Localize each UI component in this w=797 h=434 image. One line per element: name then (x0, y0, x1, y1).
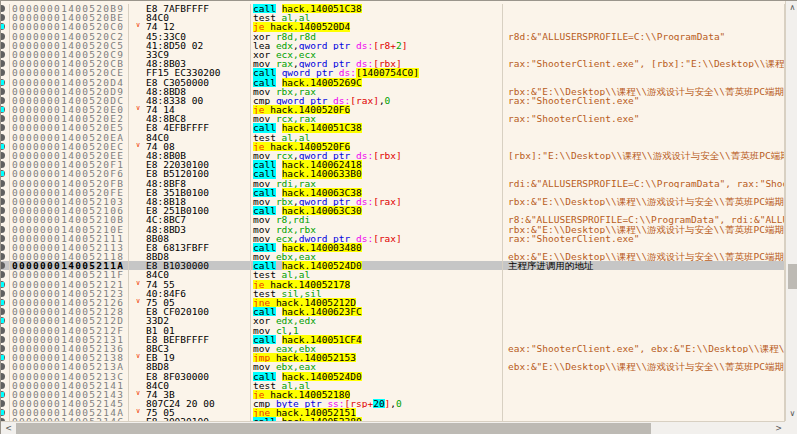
comment-cell (503, 169, 785, 178)
disasm-row[interactable]: 000000014005211F84C0test al,al (1, 270, 785, 279)
breakpoint-bullet[interactable] (1, 373, 5, 380)
disasm-row[interactable]: 00000001400520BE84C0test al,al (1, 13, 785, 22)
breakpoint-bullet[interactable] (1, 244, 5, 251)
breakpoint-bullet[interactable] (1, 42, 5, 49)
breakpoint-bullet[interactable] (1, 161, 5, 168)
disasm-row[interactable]: 000000014005212FB1 01mov cl,1 (1, 326, 785, 335)
gutter-cell (1, 326, 10, 335)
breakpoint-bullet[interactable] (1, 152, 5, 159)
disasm-row[interactable]: 0000000140052138∨EB 19jmp hack.140052153 (1, 353, 785, 362)
breakpoint-bullet[interactable] (1, 180, 5, 187)
breakpoint-bullet[interactable] (1, 189, 5, 196)
disasm-row[interactable]: 00000001400520CB48:8B03mov rax,qword ptr… (1, 59, 785, 68)
instruction-cell: mov r8,rdi (251, 215, 503, 224)
breakpoint-bullet[interactable] (1, 216, 5, 223)
scroll-down-button[interactable]: ∨ (786, 407, 797, 420)
disasm-row[interactable]: 000000014005211AE8 B1030000call hack.140… (1, 261, 785, 270)
bytes-cell: 40:84F6 (129, 289, 251, 298)
breakpoint-bullet[interactable] (1, 400, 5, 407)
scroll-up-button[interactable]: ∧ (786, 1, 797, 14)
breakpoint-bullet[interactable] (1, 33, 5, 40)
breakpoint-bullet[interactable] (1, 235, 5, 242)
breakpoint-bullet[interactable] (1, 327, 5, 334)
breakpoint-bullet[interactable] (1, 271, 5, 278)
disasm-row[interactable]: 00000001400520B9E8 7AFBFFFFcall hack.140… (1, 4, 785, 13)
disasm-row[interactable]: 00000001400520C0∨74 12je hack.1400520D4 (1, 22, 785, 31)
disassembly-view[interactable]: 00000001400520B9E8 7AFBFFFFcall hack.140… (1, 1, 785, 421)
breakpoint-bullet[interactable] (1, 60, 5, 67)
disasm-row[interactable]: 00000001400521118B08mov ecx,dword ptr ds… (1, 234, 785, 243)
breakpoint-bullet[interactable] (1, 14, 5, 21)
disasm-row[interactable]: 000000014005212D33D2xor edx,edx (1, 316, 785, 325)
disasm-row[interactable]: 0000000140052126∨75 05jne hack.14005212D (1, 298, 785, 307)
breakpoint-bullet[interactable] (1, 226, 5, 233)
breakpoint-bullet[interactable] (1, 198, 5, 205)
disasm-row[interactable]: 00000001400520FB48:8BF8mov rdi,raxrdi:&"… (1, 179, 785, 188)
disasm-row[interactable]: 00000001400520D948:8BD8mov rbx,raxrbx:&"… (1, 87, 785, 96)
disasm-row[interactable]: 000000014005213CE8 8F030000call hack.140… (1, 372, 785, 381)
disasm-row[interactable]: 0000000140052113E8 6813FBFFcall hack.140… (1, 243, 785, 252)
instruction-cell: je hack.1400520D4 (251, 22, 503, 31)
vertical-scroll-thumb[interactable] (788, 264, 797, 289)
gutter-cell (1, 13, 10, 22)
disasm-row[interactable]: 000000014005214A∨75 05jne hack.140052151 (1, 408, 785, 417)
vertical-scrollbar[interactable]: ∧ ∨ (785, 1, 797, 421)
disasm-row[interactable]: 000000014005212340:84F6test sil,sil (1, 289, 785, 298)
horizontal-scroll-thumb[interactable] (16, 423, 651, 434)
disasm-row[interactable]: 00000001400521368BC3mov eax,ebxeax:"Shoo… (1, 344, 785, 353)
disasm-row[interactable]: 000000014005214184C0test al,al (1, 381, 785, 390)
horizontal-scrollbar[interactable]: < > (1, 421, 785, 434)
breakpoint-bullet[interactable] (1, 207, 5, 214)
breakpoint-bullet[interactable] (1, 115, 5, 122)
disasm-row[interactable]: 00000001400520EA84C0test al,al (1, 133, 785, 142)
breakpoint-bullet[interactable] (1, 97, 5, 104)
breakpoint-bullet[interactable] (1, 134, 5, 141)
disasm-row[interactable]: 00000001400520E0∨74 14je hack.1400520F6 (1, 105, 785, 114)
breakpoint-bullet[interactable] (1, 345, 5, 352)
disasm-row[interactable]: 00000001400520C541:8D50 02lea edx,qword … (1, 41, 785, 50)
disasm-row[interactable]: 0000000140052121∨74 55je hack.140052178 (1, 280, 785, 289)
breakpoint-bullet[interactable] (1, 290, 5, 297)
breakpoint-bullet[interactable] (1, 69, 5, 76)
address-cell: 0000000140052121 (10, 280, 129, 289)
disasm-row[interactable]: 00000001400520EC∨74 08je hack.1400520F6 (1, 142, 785, 151)
disasm-row[interactable]: 000000014005210348:8B18mov rbx,qword ptr… (1, 197, 785, 206)
disasm-row[interactable]: 000000014005210E48:8BD3mov rdx,rbxrbx:&"… (1, 225, 785, 234)
comment-cell (503, 13, 785, 22)
disasm-row[interactable]: 0000000140052143∨74 3Bje hack.140052180 (1, 390, 785, 399)
disasm-row[interactable]: 0000000140052128E8 CF020100call hack.140… (1, 307, 785, 316)
scroll-left-button[interactable]: < (2, 422, 15, 434)
disasm-row[interactable]: 000000014005210B4C:8BC7mov r8,rdir8:&"AL… (1, 215, 785, 224)
disasm-row[interactable]: 00000001400520F1E8 22030100call hack.140… (1, 160, 785, 169)
gutter-cell (1, 243, 10, 252)
breakpoint-bullet[interactable] (1, 253, 5, 260)
disasm-row[interactable]: 00000001400520DC48:8338 00cmp qword ptr … (1, 96, 785, 105)
breakpoint-bullet[interactable] (1, 363, 5, 370)
disasm-row[interactable]: 0000000140052131E8 BEFBFFFFcall hack.140… (1, 335, 785, 344)
breakpoint-bullet[interactable] (1, 262, 5, 269)
breakpoint-bullet[interactable] (1, 308, 5, 315)
breakpoint-bullet[interactable] (1, 336, 5, 343)
disasm-row[interactable]: 00000001400520D4E8 C3050000call hack.140… (1, 78, 785, 87)
gutter-cell (1, 41, 10, 50)
disasm-row[interactable]: 00000001400521188BD8mov ebx,eaxebx:&"E:\… (1, 252, 785, 261)
disasm-row[interactable]: 00000001400520E5E8 4EFBFFFFcall hack.140… (1, 123, 785, 132)
disasm-row[interactable]: 0000000140052106E8 251B0100call hack.140… (1, 206, 785, 215)
breakpoint-bullet[interactable] (1, 124, 5, 131)
bytes-cell: 8B08 (129, 234, 251, 243)
disasm-row[interactable]: 00000001400520C245:33C0xor r8d,r8dr8d:&"… (1, 32, 785, 41)
breakpoint-bullet[interactable] (1, 5, 5, 12)
disasm-row[interactable]: 00000001400520FEE8 351B0100call hack.140… (1, 188, 785, 197)
comment-cell (503, 270, 785, 279)
disasm-row[interactable]: 00000001400520CEFF15 EC330200call qword … (1, 68, 785, 77)
breakpoint-bullet[interactable] (1, 88, 5, 95)
disasm-row[interactable]: 00000001400520F6E8 B5120100call hack.140… (1, 169, 785, 178)
breakpoint-bullet[interactable] (1, 51, 5, 58)
disasm-row[interactable]: 00000001400520E248:8BC8mov rcx,raxrax:"S… (1, 114, 785, 123)
disasm-row[interactable]: 00000001400520C933C9xor ecx,ecx (1, 50, 785, 59)
breakpoint-bullet[interactable] (1, 382, 5, 389)
disasm-row[interactable]: 00000001400520EE48:8B0Bmov rcx,qword ptr… (1, 151, 785, 160)
disasm-row[interactable]: 0000000140052145807C24 20 00cmp byte ptr… (1, 399, 785, 408)
scroll-right-button[interactable]: > (772, 422, 785, 434)
disasm-row[interactable]: 000000014005213A8BD8mov ebx,eaxebx:&"E:\… (1, 362, 785, 371)
